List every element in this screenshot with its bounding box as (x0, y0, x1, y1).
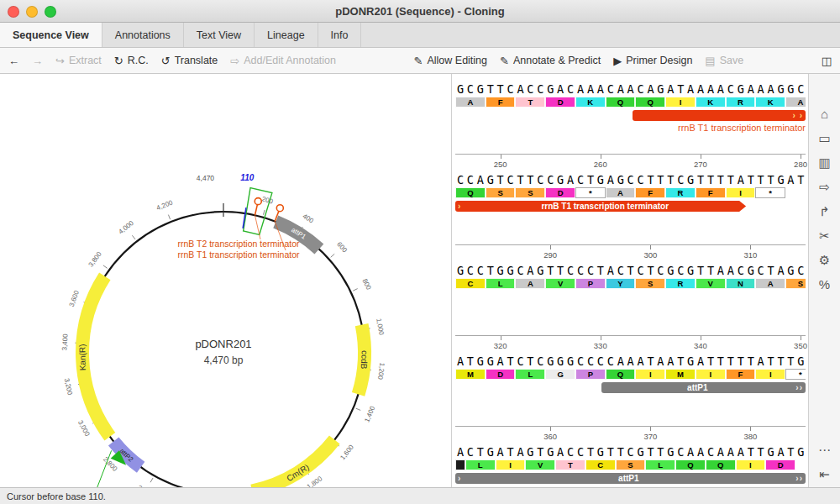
sequence-ruler: 290300310 (455, 244, 806, 264)
translation-line: AFTDKQQIKRKA (455, 97, 806, 108)
tab-info[interactable]: Info (318, 23, 362, 47)
terminator-label: rrnB T1 transcription terminator (177, 249, 300, 260)
sequence-panel[interactable]: GCGTTCACCGACAAACAACAGATAAAACGAAAGGCAFTDK… (452, 74, 808, 487)
plasmid-size: 4,470 bp (204, 354, 244, 366)
tab-annotations[interactable]: Annotations (102, 23, 184, 47)
split-view-icon[interactable]: ◫ (822, 55, 832, 67)
scissors-icon[interactable]: ✂ (819, 229, 830, 242)
plasmid-tick-label: 200 (261, 195, 275, 206)
annotation-bars: ›rrnB T1 transcription terminator (455, 200, 806, 213)
toolbar: ←→↪Extract↻R.C.↺Translate⇨Add/Edit Annot… (0, 48, 840, 74)
plasmid-tick-label: 1,800 (306, 475, 324, 487)
annotation-bar-attp1[interactable]: attP1›› (601, 382, 806, 393)
home-icon[interactable]: ⌂ (821, 108, 828, 120)
sequence-ruler: 360370380 (455, 426, 806, 445)
minimize-button[interactable] (26, 6, 38, 18)
terminator-marker[interactable] (255, 205, 257, 216)
plasmid-tick (103, 265, 108, 269)
plasmid-tick-label: 4,000 (117, 219, 135, 236)
reverse-complement-button[interactable]: ↻R.C. (114, 55, 149, 67)
extract-icon: ↪ (55, 55, 65, 67)
add-edit-annotation-button[interactable]: ⇨Add/Edit Annotation (230, 55, 336, 67)
annotation-bar-rrnb-t1-transcription-terminator[interactable]: ›rrnB T1 transcription terminator (455, 201, 746, 212)
sequence-row: CCAGTCTTCCGACTGAGCCTTTCGTTTTATTTGATQSSD*… (455, 173, 806, 264)
plasmid-tick (132, 235, 135, 239)
plasmid-map[interactable]: 2004006008001,0001,2001,4001,6001,8002,0… (0, 74, 451, 487)
translate-button[interactable]: ↺Translate (161, 55, 218, 67)
plasmid-tick-label: 800 (361, 277, 373, 291)
save-button[interactable]: ▤Save (705, 55, 743, 67)
title-bar: pDONR201 (Sequence) - Cloning (0, 0, 840, 23)
forward-button[interactable]: → (32, 55, 43, 67)
back-arrow-icon: ← (8, 55, 19, 67)
annotation-bars: ›attP1›› (455, 472, 806, 486)
toolbar-button-label: Allow Editing (427, 55, 487, 66)
window-title: pDONR201 (Sequence) - Cloning (335, 5, 505, 18)
plasmid-tick-label: 3,800 (87, 250, 103, 269)
toolbar-button-label: Annotate & Predict (513, 55, 601, 66)
plasmid-feature-label: Kan(R) (77, 344, 87, 370)
translation-line: LIVTCSLQQID (455, 459, 806, 470)
forward-arrow-icon: → (32, 55, 43, 67)
translation-line: MDLGPQIMIFI* (455, 369, 806, 380)
toolbar-button-label: Add/Edit Annotation (244, 55, 336, 66)
plasmid-tick (331, 254, 334, 257)
translation-line: QSSD*AFRFI* (455, 187, 806, 198)
plasmid-tick-label: 400 (302, 213, 316, 225)
plasmid-tick-label: 1,000 (375, 318, 385, 336)
plasmid-tick-label: 4,200 (155, 198, 174, 212)
sequence-ruler: 250260270280 (455, 154, 806, 173)
plasmid-tick (356, 408, 361, 410)
terminator-leader-line (255, 215, 260, 239)
more-options-icon[interactable]: ⋯ (818, 444, 831, 456)
comment-icon[interactable]: ▭ (818, 132, 830, 144)
plasmid-tick-label: 1,600 (339, 444, 355, 462)
plasmid-tick (150, 478, 153, 482)
close-button[interactable] (8, 6, 19, 18)
primer-design-button[interactable]: ▶Primer Design (613, 55, 692, 67)
dna-sequence-line[interactable]: ATGGATCTCGGGCCCCAAATAATGATTTTTATTTG (455, 354, 806, 368)
pencil-icon: ✎ (414, 55, 423, 67)
dna-sequence-line[interactable]: GCCTGGCAGTTCCCTACTCTCGCGTTAACGCTAGC (455, 264, 806, 277)
translation-line: CLAVPYSRVNAS (455, 278, 806, 289)
sequence-ruler: 320330340350 (455, 335, 806, 354)
extract-button[interactable]: ↪Extract (55, 55, 102, 67)
export-icon[interactable]: ⇨ (819, 181, 830, 193)
toolbar-button-label: Primer Design (626, 55, 692, 66)
plasmid-tick-label: 600 (335, 240, 349, 254)
plasmid-tick (263, 210, 265, 215)
percent-icon[interactable]: % (819, 278, 830, 291)
back-button[interactable]: ← (8, 55, 19, 67)
send-to-icon[interactable]: ↱ (819, 205, 830, 218)
annotation-bar-attp1[interactable]: ›attP1›› (455, 473, 806, 484)
sequence-row: ATGGATCTCGGGCCCCAAATAATGATTTTTATTTGMDLGP… (455, 354, 806, 445)
gear-icon[interactable]: ⚙ (819, 254, 830, 266)
plasmid-tick-label: 1,200 (376, 362, 386, 380)
tab-bar: Sequence ViewAnnotationsText ViewLineage… (0, 23, 840, 48)
zoom-button[interactable] (45, 6, 56, 18)
add-edit-annotation-icon: ⇨ (230, 55, 239, 67)
sequence-row: GCGTTCACCGACAAACAACAGATAAAACGAAAGGCAFTDK… (455, 82, 806, 173)
annotation-label: rrnB T1 transcription terminator (678, 123, 806, 133)
toolbar-button-label: Save (720, 55, 744, 66)
sequence-row: ACTGATAGTGACCTGTTCGTTGCAACAAATTGATGLIVTC… (455, 445, 806, 487)
chart-icon[interactable]: ▥ (818, 156, 830, 169)
plasmid-tick (168, 215, 170, 220)
tab-lineage[interactable]: Lineage (255, 23, 318, 47)
annotation-bar-rrnb-t1-transcription-terminator[interactable]: › › (633, 110, 806, 121)
allow-editing-button[interactable]: ✎Allow Editing (414, 55, 487, 67)
dna-sequence-line[interactable]: ACTGATAGTGACCTGTTCGTTGCAACAAATTGATG (455, 445, 806, 459)
window-controls (8, 6, 56, 18)
tab-sequence-view[interactable]: Sequence View (0, 23, 102, 47)
plasmid-tick-label: 3,200 (63, 377, 74, 396)
side-icon-strip: ⌂▭▥⇨↱✂⚙%⋯⇤ (808, 74, 840, 487)
annotate-predict-icon: ✎ (500, 55, 509, 67)
app-window: pDONR201 (Sequence) - Cloning Sequence V… (0, 0, 840, 504)
sequence-row: GCCTGGCAGTTCCCTACTCTCGCGTTAACGCTAGCCLAVP… (455, 264, 806, 354)
collapse-panel-icon[interactable]: ⇤ (819, 468, 830, 480)
status-bar: Cursor before base 110. (0, 487, 840, 504)
annotate-predict-button[interactable]: ✎Annotate & Predict (500, 55, 601, 67)
dna-sequence-line[interactable]: CCAGTCTTCCGACTGAGCCTTTCGTTTTATTTGAT (455, 173, 806, 186)
dna-sequence-line[interactable]: GCGTTCACCGACAAACAACAGATAAAACGAAAGGC (455, 82, 806, 96)
tab-text-view[interactable]: Text View (184, 23, 255, 47)
